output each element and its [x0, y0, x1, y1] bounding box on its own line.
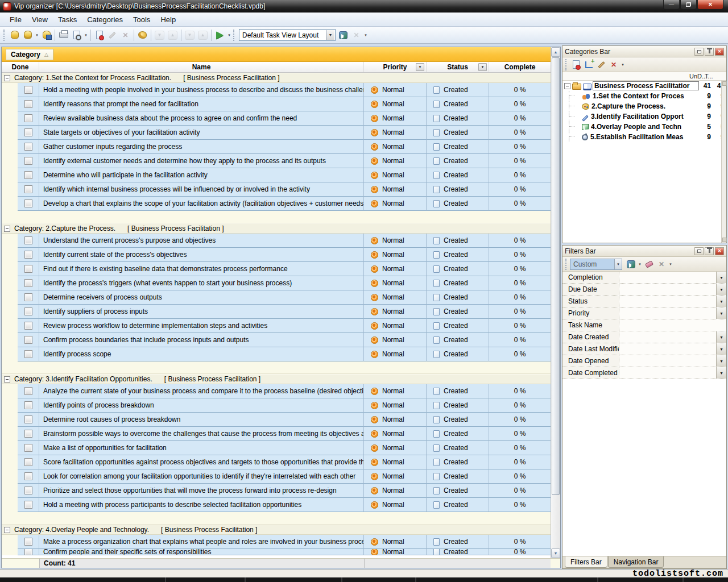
column-header-status[interactable]: Status ▼	[427, 62, 489, 72]
done-checkbox[interactable]	[24, 86, 32, 94]
task-row[interactable]: Prioritize and select those opportunitie…	[2, 484, 551, 498]
task-name-cell[interactable]: Identify suppliers of process inputs	[39, 305, 364, 319]
filters-pin-button[interactable]	[705, 247, 714, 255]
priority-cell[interactable]: Normal	[364, 140, 427, 154]
tree-scrollbar[interactable]	[721, 81, 726, 243]
priority-cell[interactable]: Normal	[364, 234, 427, 248]
priority-cell[interactable]: Normal	[364, 83, 427, 97]
task-name-cell[interactable]: Confirm people and their specific sets o…	[39, 549, 364, 555]
column-header-total[interactable]: T...	[705, 73, 720, 80]
categories-close-button[interactable]: ✕	[715, 48, 724, 56]
collapse-icon[interactable]	[4, 527, 10, 533]
task-row[interactable]: Identify external customer needs and det…	[2, 154, 551, 168]
task-row[interactable]: Determine receivers of process outputs N…	[2, 290, 551, 305]
task-row[interactable]: Review available business data about the…	[2, 111, 551, 126]
task-name-cell[interactable]: Analyze the current state of your busine…	[39, 384, 364, 398]
status-cell[interactable]: Created	[427, 182, 489, 197]
done-checkbox[interactable]	[24, 458, 32, 466]
filter-dropdown-button[interactable]: ▼	[716, 343, 726, 355]
filters-restore-button[interactable]	[694, 247, 704, 255]
tree-category-row[interactable]: 4.Overlay People and Techn 5 5	[562, 122, 726, 132]
priority-cell[interactable]: Normal	[364, 197, 427, 211]
status-filter-dropdown[interactable]: ▼	[478, 63, 487, 71]
task-row[interactable]: State targets or objectives of your faci…	[2, 126, 551, 140]
task-row[interactable]: Identify reasons that prompt the need fo…	[2, 97, 551, 111]
status-cell[interactable]: Created	[427, 111, 489, 126]
filters-close-button[interactable]: ✕	[715, 247, 724, 255]
os-taskbar[interactable]	[0, 577, 728, 582]
task-row[interactable]: Identify the process's triggers (what ev…	[2, 276, 551, 290]
task-name-cell[interactable]: Identify which internal business process…	[39, 182, 364, 197]
priority-cell[interactable]: Normal	[364, 290, 427, 305]
done-checkbox[interactable]	[24, 487, 32, 494]
task-row[interactable]: Find out if there is existing baseline d…	[2, 262, 551, 276]
category-group-row[interactable]: Category: 4.Overlay People and Technolog…	[2, 525, 551, 535]
menu-item-help[interactable]: Help	[155, 14, 181, 26]
task-row[interactable]: Hold a meeting with process participants…	[2, 498, 551, 512]
task-row[interactable]: Determine who will participate in the fa…	[2, 168, 551, 182]
task-name-cell[interactable]: Identify process scope	[39, 347, 364, 361]
task-row[interactable]: Identify which internal business process…	[2, 182, 551, 197]
done-checkbox[interactable]	[24, 199, 32, 207]
status-cell[interactable]: Created	[427, 427, 489, 441]
done-checkbox[interactable]	[24, 143, 32, 151]
filters-toolbar-dropdown[interactable]: ▾	[668, 262, 673, 267]
task-name-cell[interactable]: State targets or objectives of your faci…	[39, 126, 364, 140]
filter-value-field[interactable]	[619, 284, 716, 295]
status-cell[interactable]: Created	[427, 126, 489, 140]
task-row[interactable]: Gather customer inputs regarding the pro…	[2, 140, 551, 154]
priority-cell[interactable]: Normal	[364, 484, 427, 498]
status-cell[interactable]: Created	[427, 83, 489, 97]
task-row[interactable]: Determine root causes of process breakdo…	[2, 413, 551, 427]
done-checkbox[interactable]	[24, 100, 32, 108]
status-cell[interactable]: Created	[427, 234, 489, 248]
done-checkbox[interactable]	[24, 171, 32, 179]
filter-value-field[interactable]	[619, 307, 716, 319]
task-name-cell[interactable]: Hold a meeting with process participants…	[39, 498, 364, 512]
open-database-dropdown[interactable]: ▾	[34, 33, 40, 38]
done-checkbox[interactable]	[24, 114, 32, 122]
task-name-cell[interactable]: Find out if there is existing baseline d…	[39, 262, 364, 276]
notifications-button[interactable]	[213, 28, 226, 41]
task-name-cell[interactable]: Brainstorm possible ways to overcome the…	[39, 427, 364, 441]
task-name-cell[interactable]: Make a process organization chart that e…	[39, 535, 364, 549]
done-checkbox[interactable]	[24, 444, 32, 452]
minimize-button[interactable]: —	[663, 0, 680, 10]
filter-value-field[interactable]	[619, 272, 716, 283]
task-name-cell[interactable]: Review available business data about the…	[39, 111, 364, 126]
delete-task-button[interactable]: ✕	[119, 28, 132, 41]
tree-root-row[interactable]: Business Process Facilitatior 41 41	[562, 81, 726, 91]
task-name-cell[interactable]: Develop a chart that explains the scope …	[39, 197, 364, 211]
filter-dropdown-button[interactable]: ▼	[716, 367, 726, 379]
print-preview-dropdown[interactable]: ▾	[83, 33, 89, 38]
priority-cell[interactable]: Normal	[364, 154, 427, 168]
done-checkbox[interactable]	[24, 350, 32, 358]
priority-cell[interactable]: Normal	[364, 111, 427, 126]
priority-cell[interactable]: Normal	[364, 305, 427, 319]
filter-value-field[interactable]	[619, 343, 716, 355]
collapse-icon[interactable]	[4, 226, 10, 232]
status-cell[interactable]: Created	[427, 154, 489, 168]
tab-navigation-bar[interactable]: Navigation Bar	[608, 556, 664, 568]
task-name-cell[interactable]: Make a list of opportunities for facilit…	[39, 441, 364, 455]
done-checkbox[interactable]	[24, 293, 32, 301]
status-cell[interactable]: Created	[427, 168, 489, 182]
tab-filters-bar[interactable]: Filters Bar	[565, 556, 607, 568]
category-group-row[interactable]: Category: 1.Set the Context for Process …	[2, 73, 551, 83]
apply-filter-dropdown[interactable]: ▾	[637, 262, 643, 267]
status-cell[interactable]: Created	[427, 549, 489, 555]
done-checkbox[interactable]	[24, 430, 32, 438]
delete-layout-button[interactable]: ✕	[350, 28, 363, 41]
filter-dropdown-button[interactable]: ▼	[716, 296, 726, 307]
done-checkbox[interactable]	[24, 185, 32, 193]
filter-dropdown-button[interactable]: ▼	[716, 307, 726, 319]
apply-filter-button[interactable]	[624, 259, 637, 270]
filter-dropdown-button[interactable]: ▼	[716, 272, 726, 283]
save-database-button[interactable]	[40, 28, 53, 41]
task-row[interactable]: Develop a chart that explains the scope …	[2, 197, 551, 211]
tree-category-row[interactable]: 1.Set the Context for Proces 9 9	[562, 91, 726, 101]
scrollbar-thumb[interactable]	[552, 57, 560, 495]
task-row[interactable]: Look for correlation among your facilita…	[2, 469, 551, 484]
combo-dropdown-icon[interactable]: ▼	[326, 30, 334, 40]
status-cell[interactable]: Created	[427, 484, 489, 498]
